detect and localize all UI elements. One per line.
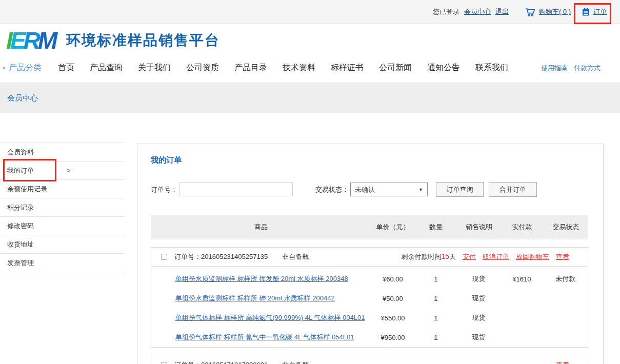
product-link[interactable]: 单组份气体标样 标样所 高纯氮气(99.999%) 4L 气体标样 004L01 <box>175 314 365 321</box>
nav-item-qualification[interactable]: 公司资质 <box>186 63 219 73</box>
order-no-label: 订单号： <box>151 185 177 194</box>
status-select[interactable]: 未确认 ▼ <box>350 183 428 196</box>
sidebar-item-profile[interactable]: 会员资料 <box>0 143 124 161</box>
nav-item-product-search[interactable]: 产品查询 <box>90 63 123 73</box>
quantity-cell: 1 <box>414 295 457 302</box>
order-item-row: 单组份气体标样 标样所 氮气中一氧化碳 4L 气体标样 054L01 ¥950.… <box>151 328 588 347</box>
sales-note-cell: 现货 <box>457 333 501 342</box>
header-paid-amount: 实付款 <box>501 223 544 232</box>
order-item-row: 单组份气体标样 标样所 高纯氮气(99.999%) 4L 气体标样 004L01… <box>151 308 588 328</box>
payment-method-link[interactable]: 付款方式 <box>574 64 601 73</box>
brand-logo: IERM <box>6 29 55 52</box>
product-link[interactable]: 单组份水质监测标样 标样所 砷 20ml 水质标样 200442 <box>175 294 335 302</box>
active-arrow-icon: > <box>67 161 71 180</box>
member-sidebar: 会员资料 我的订单 > 余额使用记录 积分记录 修改密码 收货地址 发票管理 <box>0 143 124 272</box>
member-center-link[interactable]: 会员中心 <box>464 7 491 16</box>
main-nav: · 产品分类 首页 产品查询 关于我们 公司资质 产品目录 技术资料 标样证书 … <box>0 56 620 79</box>
banner-title: 会员中心 <box>7 93 38 103</box>
content-area: 会员资料 我的订单 > 余额使用记录 积分记录 修改密码 收货地址 发票管理 我… <box>0 113 620 364</box>
nav-category[interactable]: · 产品分类 <box>3 63 58 73</box>
nav-item-catalog[interactable]: 产品目录 <box>234 63 267 73</box>
sidebar-item-balance-history[interactable]: 余额使用记录 <box>0 180 124 198</box>
order-filter-bar: 订单号： 交易状态： 未确认 ▼ 订单查询 合并订单 <box>151 182 603 197</box>
pay-link[interactable]: 支付 <box>463 252 476 261</box>
product-name-cell: 单组份气体标样 标样所 氮气中一氧化碳 4L 气体标样 054L01 <box>151 333 371 342</box>
nav-item-about[interactable]: 关于我们 <box>138 63 171 73</box>
unit-price-cell: ¥60.00 <box>371 275 414 283</box>
cart-icon <box>525 7 535 17</box>
login-status: 您已登录 <box>433 7 459 16</box>
product-name-cell: 单组份气体标样 标样所 高纯氮气(99.999%) 4L 气体标样 004L01 <box>151 313 371 322</box>
nav-right-links: 使用指南 付款方式 <box>535 56 601 79</box>
sales-note-cell: 现货 <box>457 313 501 322</box>
order-actions: 查看 <box>549 360 588 364</box>
order-checkbox[interactable] <box>161 254 167 260</box>
member-center-banner: 会员中心 <box>0 83 620 113</box>
quantity-cell: 1 <box>414 314 457 322</box>
bottle-type: 非自备瓶 <box>282 360 309 364</box>
cart-link[interactable]: 购物车( 0 ) <box>539 7 571 16</box>
orders-panel: 我的订单 订单号： 交易状态： 未确认 ▼ 订单查询 合并订单 商品 单价（元）… <box>137 144 604 364</box>
view-order-link[interactable]: 查看 <box>556 252 569 261</box>
nav-item-contact[interactable]: 联系我们 <box>475 63 508 73</box>
nav-item-news[interactable]: 公司新闻 <box>379 63 412 73</box>
logout-link[interactable]: 退出 <box>495 7 509 16</box>
logo-bar: IERM 环境标准样品销售平台 <box>0 24 620 56</box>
orders-table-header: 商品 单价（元） 数量 销售说明 实付款 交易状态 <box>151 215 588 239</box>
product-name-cell: 单组份水质监测标样 标样所 砷 20ml 水质标样 200442 <box>151 294 371 303</box>
order-no-input[interactable] <box>179 183 293 196</box>
sales-note-cell: 现货 <box>457 294 501 303</box>
header-product: 商品 <box>151 223 371 232</box>
header-unit-price: 单价（元） <box>371 223 414 232</box>
quantity-cell: 1 <box>414 334 457 341</box>
page-title: 我的订单 <box>151 155 603 165</box>
order-group-header: 订单号：201605171217098691 非自备瓶 查看 <box>151 355 588 364</box>
order-group-header: 订单号：201605231405257135 非自备瓶 剩余付款时间15天 支付… <box>151 247 588 267</box>
bullet-icon: · <box>3 64 6 73</box>
order-number: 订单号：201605171217098691 <box>174 360 268 364</box>
transaction-status-cell: 未付款 <box>543 274 588 284</box>
product-link[interactable]: 单组份气体标样 标样所 氮气中一氧化碳 4L 气体标样 054L01 <box>175 333 354 341</box>
sidebar-item-points[interactable]: 积分记录 <box>0 198 124 217</box>
paid-amount-cell: ¥1610 <box>500 275 543 283</box>
sidebar-item-shipping-address[interactable]: 收货地址 <box>0 235 124 254</box>
sidebar-item-change-password[interactable]: 修改密码 <box>0 217 124 235</box>
sales-note-cell: 现货 <box>457 274 501 284</box>
cancel-order-link[interactable]: 取消订单 <box>483 252 509 261</box>
order-link[interactable]: 订单 <box>593 7 607 16</box>
view-order-link[interactable]: 查看 <box>556 360 569 364</box>
sidebar-item-invoice[interactable]: 发票管理 <box>0 254 124 272</box>
bottle-type: 非自备瓶 <box>282 252 309 261</box>
nav-item-home[interactable]: 首页 <box>58 63 74 73</box>
nav-item-tech-docs[interactable]: 技术资料 <box>283 63 315 73</box>
topbar: 您已登录 会员中心 退出 购物车( 0 ) 订单 <box>0 0 620 24</box>
order-search-button[interactable]: 订单查询 <box>436 182 484 197</box>
chevron-down-icon: ▼ <box>418 187 423 192</box>
unit-price-cell: ¥550.00 <box>371 314 414 322</box>
countdown-days: 15 <box>441 252 449 260</box>
sidebar-item-my-orders[interactable]: 我的订单 > <box>0 161 124 180</box>
unit-price-cell: ¥50.00 <box>371 295 414 302</box>
order-items-box: 单组份水质监测标样 标样所 挥发酚 20ml 水质标样 200348 ¥60.0… <box>151 269 588 348</box>
merge-orders-button[interactable]: 合并订单 <box>489 182 537 197</box>
order-actions: 剩余付款时间15天 支付 取消订单 放回购物车 查看 <box>401 252 588 261</box>
nav-item-notices[interactable]: 通知公告 <box>427 63 460 73</box>
header-sales-note: 销售说明 <box>457 223 501 232</box>
quantity-cell: 1 <box>414 275 457 283</box>
nav-item-certificates[interactable]: 标样证书 <box>331 63 364 73</box>
product-link[interactable]: 单组份水质监测标样 标样所 挥发酚 20ml 水质标样 200348 <box>175 275 348 282</box>
payment-countdown: 剩余付款时间15天 <box>401 252 456 261</box>
order-icon <box>582 8 590 16</box>
unit-price-cell: ¥950.00 <box>371 334 414 341</box>
order-checkbox[interactable] <box>161 362 167 364</box>
product-name-cell: 单组份水质监测标样 标样所 挥发酚 20ml 水质标样 200348 <box>151 274 371 284</box>
header-quantity: 数量 <box>414 223 457 232</box>
return-to-cart-link[interactable]: 放回购物车 <box>516 252 549 261</box>
order-number: 订单号：201605231405257135 <box>174 252 268 261</box>
order-item-row: 单组份水质监测标样 标样所 挥发酚 20ml 水质标样 200348 ¥60.0… <box>151 269 588 289</box>
user-guide-link[interactable]: 使用指南 <box>541 64 568 73</box>
status-label: 交易状态： <box>315 185 349 194</box>
header-transaction-status: 交易状态 <box>544 223 588 232</box>
site-title: 环境标准样品销售平台 <box>66 31 220 50</box>
order-item-row: 单组份水质监测标样 标样所 砷 20ml 水质标样 200442 ¥50.00 … <box>151 289 588 308</box>
